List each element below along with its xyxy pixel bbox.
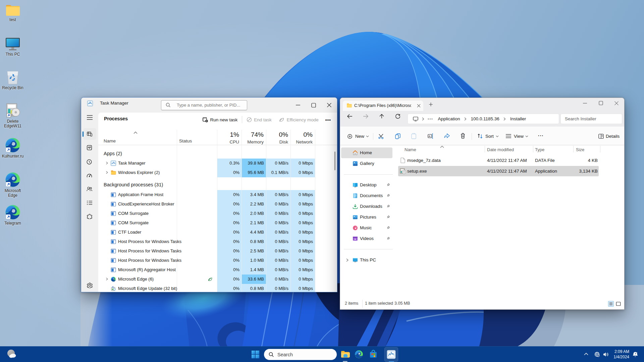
svg-text:A: A [429, 135, 431, 138]
svg-text:z: z [636, 352, 637, 354]
